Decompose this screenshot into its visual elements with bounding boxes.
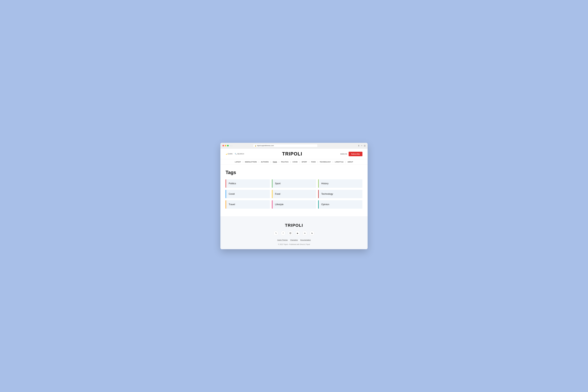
svg-rect-0 bbox=[290, 232, 291, 234]
page-content: 🌙 DARK 🔍 SEARCH TRIPOLI SIGN IN Subscrib… bbox=[220, 148, 368, 249]
tag-card-covid[interactable]: Covid bbox=[226, 190, 270, 198]
youtube-icon[interactable]: ▶ bbox=[295, 231, 300, 236]
tag-card-food[interactable]: Food bbox=[272, 190, 316, 198]
footer-link-aspire[interactable]: Aspire Themes bbox=[277, 239, 288, 241]
address-bar[interactable]: 🔒 tripoli.aspirethemes.com bbox=[253, 144, 318, 147]
search-button[interactable]: 🔍 SEARCH bbox=[235, 153, 244, 155]
nav-item-sport[interactable]: SPORT bbox=[300, 161, 309, 163]
tag-name-opinion: Opinion bbox=[321, 203, 329, 206]
forward-button[interactable]: › bbox=[232, 145, 232, 147]
url-text: tripoli.aspirethemes.com bbox=[257, 145, 274, 146]
tag-card-lifestyle[interactable]: Lifestyle bbox=[272, 200, 316, 209]
new-tab-icon[interactable]: + bbox=[361, 144, 362, 147]
traffic-light-yellow[interactable] bbox=[225, 145, 226, 146]
search-label: SEARCH bbox=[237, 153, 244, 155]
footer-link-changelog[interactable]: Changelog bbox=[290, 239, 298, 241]
sign-in-button[interactable]: SIGN IN bbox=[340, 153, 347, 155]
tag-card-travel[interactable]: Travel bbox=[226, 200, 270, 209]
tag-name-food: Food bbox=[275, 193, 280, 195]
site-nav: LATEST | NEWSLETTERS | AUTHORS | TAGS | … bbox=[220, 159, 368, 164]
tag-name-sport: Sport bbox=[275, 182, 280, 185]
nav-item-authors[interactable]: AUTHORS bbox=[259, 161, 270, 163]
moon-icon: 🌙 bbox=[226, 153, 228, 155]
tag-card-opinion[interactable]: Opinion bbox=[318, 200, 362, 209]
dark-mode-button[interactable]: 🌙 DARK bbox=[226, 153, 233, 155]
footer-links: Aspire Themes Changelog Documentation bbox=[226, 239, 362, 241]
footer-copyright: © 2022 Tripoli – Published with Ghost & … bbox=[226, 244, 362, 245]
lock-icon: 🔒 bbox=[255, 145, 256, 146]
browser-chrome: ‹ › 🔒 tripoli.aspirethemes.com ⬆ + ⊞ bbox=[220, 143, 368, 148]
header-right: SIGN IN Subscribe bbox=[340, 152, 362, 156]
tags-grid: Politics Sport History Covid Food Techno… bbox=[226, 179, 362, 209]
nav-item-about[interactable]: ABOUT bbox=[346, 161, 355, 163]
browser-window: ‹ › 🔒 tripoli.aspirethemes.com ⬆ + ⊞ 🌙 D… bbox=[220, 143, 368, 249]
traffic-light-red[interactable] bbox=[222, 145, 224, 146]
subscribe-button[interactable]: Subscribe bbox=[348, 152, 362, 156]
linkedin-icon[interactable]: in bbox=[302, 231, 307, 236]
social-icons: 𝕏 f ▶ in bbox=[226, 231, 362, 236]
tag-name-lifestyle: Lifestyle bbox=[275, 203, 284, 206]
share-icon[interactable]: ⬆ bbox=[358, 144, 360, 147]
tag-name-travel: Travel bbox=[229, 203, 235, 206]
tag-card-politics[interactable]: Politics bbox=[226, 179, 270, 188]
tag-card-history[interactable]: History bbox=[318, 179, 362, 188]
footer-link-documentation[interactable]: Documentation bbox=[300, 239, 311, 241]
traffic-lights bbox=[222, 145, 229, 146]
traffic-light-green[interactable] bbox=[227, 145, 229, 146]
tag-name-politics: Politics bbox=[229, 182, 236, 185]
footer-site-title: TRIPOLI bbox=[226, 223, 362, 228]
facebook-icon[interactable]: f bbox=[281, 231, 286, 236]
grid-icon[interactable]: ⊞ bbox=[364, 144, 366, 147]
header-left: 🌙 DARK 🔍 SEARCH bbox=[226, 153, 244, 155]
main-content: Tags Politics Sport History Covid Food bbox=[220, 164, 368, 216]
nav-item-food[interactable]: FOOD bbox=[309, 161, 318, 163]
nav-arrows: ‹ › bbox=[230, 145, 232, 147]
tag-name-history: History bbox=[321, 182, 328, 185]
search-icon: 🔍 bbox=[235, 153, 237, 155]
tag-card-sport[interactable]: Sport bbox=[272, 179, 316, 188]
svg-point-1 bbox=[290, 233, 291, 234]
nav-item-newsletters[interactable]: NEWSLETTERS bbox=[243, 161, 258, 163]
nav-item-lifestyle[interactable]: LIFESTYLE bbox=[333, 161, 345, 163]
page-title: Tags bbox=[226, 170, 362, 175]
nav-item-technology[interactable]: TECHNOLOGY bbox=[318, 161, 333, 163]
rss-icon[interactable] bbox=[310, 231, 314, 236]
site-header: 🌙 DARK 🔍 SEARCH TRIPOLI SIGN IN Subscrib… bbox=[220, 148, 368, 159]
twitter-icon[interactable]: 𝕏 bbox=[274, 231, 278, 236]
nav-item-covid[interactable]: COVID bbox=[291, 161, 300, 163]
dark-label: DARK bbox=[228, 153, 233, 155]
tag-card-technology[interactable]: Technology bbox=[318, 190, 362, 198]
nav-item-latest[interactable]: LATEST bbox=[233, 161, 243, 163]
svg-point-3 bbox=[312, 234, 312, 234]
nav-item-politics[interactable]: POLITICS bbox=[279, 161, 290, 163]
instagram-icon[interactable] bbox=[288, 231, 293, 236]
site-footer: TRIPOLI 𝕏 f ▶ in bbox=[220, 216, 368, 249]
site-title: TRIPOLI bbox=[244, 151, 340, 156]
back-button[interactable]: ‹ bbox=[230, 145, 231, 147]
nav-item-tags[interactable]: TAGS bbox=[271, 161, 279, 163]
tag-name-technology: Technology bbox=[321, 193, 333, 195]
tag-name-covid: Covid bbox=[229, 193, 234, 195]
browser-actions: ⬆ + ⊞ bbox=[358, 144, 366, 147]
